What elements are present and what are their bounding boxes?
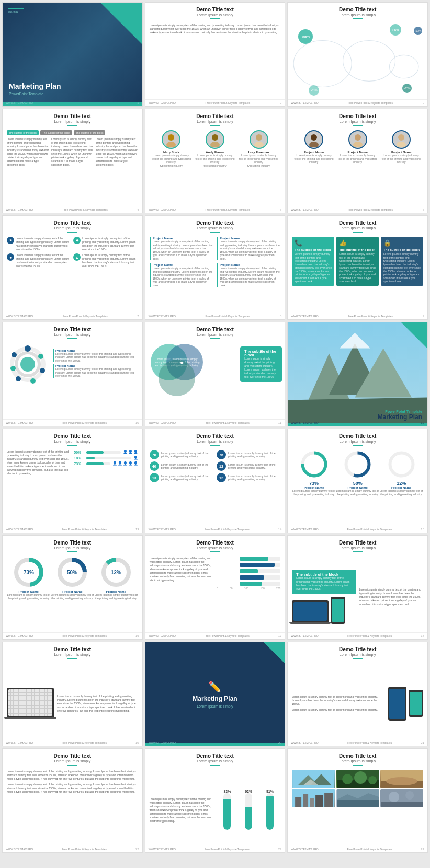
num-stat-col-14-1: 76 Lorem ipsum is simply dummy text of t… <box>150 450 213 530</box>
avatar-1 <box>162 130 180 149</box>
icon-text-7-4: Lorem ipsum is simply dummy text of the … <box>82 253 138 268</box>
slide-title-11: Demo Title text <box>150 327 281 332</box>
thermo-text-23: Lorem ipsum is simply dummy text of the … <box>150 797 213 823</box>
num-badge-14-1: 76 <box>150 450 159 459</box>
person-project-2: Project Name Lorem ipsum is simply dummy… <box>338 130 377 164</box>
bar-body-text-17: Lorem ipsum is simply dummy text of the … <box>150 557 213 582</box>
footer-tagline-18: Free PowerPoint & Keynote Templates <box>347 634 392 638</box>
scale-100: 100 <box>244 587 248 590</box>
slide-num-7: 7 <box>137 315 139 318</box>
proj-item-8-2: Project Name Lorem ipsum is simply dummy… <box>150 263 213 287</box>
phone-screen-21 <box>389 689 405 719</box>
scale-150: 150 <box>260 587 264 590</box>
tab-1[interactable]: The subtitle of the block <box>7 130 39 135</box>
bubble-3: +12% <box>414 27 422 35</box>
slide-header-21: Demo Title text Lorem Ipsum is simply <box>288 642 427 661</box>
svg-point-14 <box>397 142 406 147</box>
svg-point-8 <box>254 142 264 147</box>
stat-bar-fill-13-3 <box>86 462 104 465</box>
slide-title-22: Demo Title text <box>7 753 138 759</box>
pcard-title-9-3: The subtitle of the block <box>383 248 421 251</box>
teal-banner-title-18: The subtitle of the block <box>296 573 352 576</box>
svg-text:73%: 73% <box>24 570 34 575</box>
num-stat-col-14-2: 76 Lorem ipsum is simply dummy text of t… <box>217 450 280 530</box>
slide-header-3: Demo Title text Lorem Ipsum is simply <box>288 3 427 21</box>
slide-footer-9: WWW.SITE2MAX.PRO Free PowerPoint & Keyno… <box>288 313 427 319</box>
stat-bar-bg-13-1 <box>86 451 120 454</box>
photo-svg-24-4 <box>292 789 335 807</box>
slide-body-16: 73% Project Name Lorem ipsum is simply d… <box>3 554 142 639</box>
slide-20: ✏️ Marketing Plan Lorem Ipsum is simply … <box>145 642 286 746</box>
slide-subtitle-10: Lorem Ipsum is simply <box>7 333 138 337</box>
svg-point-22 <box>16 376 21 381</box>
teal-banner-18: The subtitle of the block Lorem ipsum is… <box>292 570 356 594</box>
teal-banner-text-18: Lorem ipsum is simply dummy text of the … <box>296 576 352 591</box>
slide-title-8: Demo Title text <box>150 220 281 226</box>
scale-50: 50 <box>230 587 233 590</box>
long-body-text-22: Lorem ipsum is simply dummy text of the … <box>7 770 138 781</box>
donut-text-15-3: Lorem ipsum is simply dummy text of the … <box>379 489 423 496</box>
donut-text-15-1: Lorem ipsum is simply dummy text of the … <box>292 489 336 496</box>
large-donut-text-16-3: Lorem ipsum is simply dummy text of the … <box>94 593 138 600</box>
thermo-fill-23-2 <box>245 807 252 829</box>
svg-point-53 <box>354 771 367 784</box>
laptop-screen-19 <box>8 689 52 716</box>
tab-3[interactable]: The subtitle of the block <box>74 130 106 135</box>
num-stat-text-14-5: Lorem ipsum is simply dummy text of the … <box>228 463 280 470</box>
pcard-text-9-3: Lorem ipsum is simply dummy text of the … <box>383 252 421 283</box>
title-underline-9 <box>353 232 363 233</box>
pcard-text-9-2: Lorem ipsum is simply dummy text of the … <box>339 252 376 283</box>
slide-subtitle-17: Lorem Ipsum is simply <box>150 546 281 550</box>
person-project-3: Project Name Lorem ipsum is simply dummy… <box>382 130 421 164</box>
slide-body-21: Lorem ipsum is simply dummy text of the … <box>288 661 427 746</box>
slide-footer-15: WWW.SITE2MAX.PRO Free PowerPoint & Keyno… <box>288 526 427 533</box>
slide-num-18: 18 <box>421 634 424 638</box>
large-donut-16-2: 50% Project Name Lorem ipsum is simply d… <box>51 557 95 600</box>
slide-body-18: The subtitle of the block Lorem ipsum is… <box>288 554 427 639</box>
footer-url-7: WWW.SITE2MAX.PRO <box>6 315 33 318</box>
slide-footer-5: WWW.SITE2MAX.PRO Free PowerPoint & Keyno… <box>145 206 285 213</box>
svg-rect-68 <box>381 802 423 807</box>
proj-text-8-3: Lorem ipsum is simply dummy text of the … <box>220 240 280 260</box>
footer-tagline-13: Free PowerPoint & Keynote Templates <box>62 528 107 531</box>
tabs-row-4: The subtitle of the block The subtitle o… <box>7 130 138 135</box>
slide-subtitle-5: Lorem Ipsum is simply <box>150 120 281 123</box>
slide-title-24: Demo Title text <box>292 753 423 759</box>
bar-text-17: Lorem ipsum is simply dummy text of the … <box>150 557 213 637</box>
bar-row-17-1 <box>217 557 280 561</box>
slide-body-13: Lorem ipsum is simply dummy text of the … <box>3 448 142 533</box>
venn-banner-title: The subtitle of the block <box>244 350 278 357</box>
slide-23: Demo Title text Lorem Ipsum is simply Lo… <box>145 748 286 853</box>
slide-21: Demo Title text Lorem Ipsum is simply Lo… <box>287 642 428 746</box>
slide-subtitle-13: Lorem Ipsum is simply <box>7 439 138 443</box>
proj-col-8-left: Project Name Lorem ipsum is simply dummy… <box>150 237 213 287</box>
donut-text-15-2: Lorem ipsum is simply dummy text of the … <box>336 489 380 496</box>
svg-point-3 <box>168 134 174 141</box>
slide-title-18: Demo Title text <box>292 540 423 546</box>
svg-point-69 <box>389 792 399 802</box>
ct-item-10-2: Project Name Lorem ipsum is simply dummy… <box>53 364 138 378</box>
slide-num-21: 21 <box>421 741 424 744</box>
thermo-row-23: 83% 62% 91% <box>217 790 280 831</box>
slide-subtitle-16: Lorem Ipsum is simply <box>7 546 138 550</box>
slide-subtitle-19: Lorem Ipsum is simply <box>7 653 138 656</box>
slide-footer-7: WWW.SITE2MAX.PRO Free PowerPoint & Keyno… <box>3 313 142 319</box>
footer-tagline-8: Free PowerPoint & Keynote Templates <box>206 315 251 318</box>
laptop-text-19: Lorem ipsum is simply dummy text of the … <box>57 695 138 713</box>
footer-tagline-15: Free PowerPoint & Keynote Templates <box>347 528 392 531</box>
pi-13-4: 👤 <box>133 456 138 460</box>
slide-title-10: Demo Title text <box>7 327 138 332</box>
title-underline-19 <box>67 658 77 659</box>
slide-footer-24: WWW.SITE2MAX.PRO Free PowerPoint & Keyno… <box>288 846 427 852</box>
bar-track-17-3 <box>240 569 280 573</box>
tab-2[interactable]: The subtitle of the block <box>40 130 72 135</box>
footer-tagline-19: Free PowerPoint & Keynote Templates <box>62 741 107 744</box>
footer-tagline-23: Free PowerPoint & Keynote Templates <box>205 848 250 851</box>
venn-right-text: The subtitle of the block Lorem ipsum is… <box>240 346 282 382</box>
slide-header-15: Demo Title text Lorem Ipsum is simply <box>288 429 427 448</box>
slide-num-19: 19 <box>135 741 139 744</box>
bar-fill-17-1 <box>240 557 268 561</box>
num-stat-text-14-1: Lorem ipsum is simply dummy text of the … <box>161 452 213 458</box>
footer-tagline-11: Free PowerPoint & Keynote Templates <box>205 421 250 424</box>
bar-row-17-3 <box>217 569 280 573</box>
